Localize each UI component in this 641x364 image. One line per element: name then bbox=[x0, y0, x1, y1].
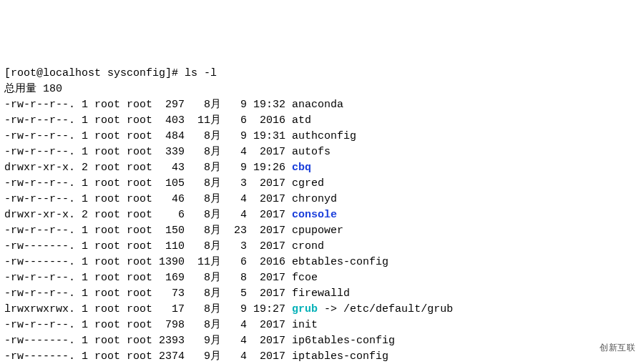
listing-row: -rw-------. 1 root root 110 8月 3 2017 cr… bbox=[4, 239, 637, 255]
listing-row-meta: -rw-r--r--. 1 root root 798 8月 4 2017 bbox=[4, 319, 292, 331]
listing-row: -rw-r--r--. 1 root root 297 8月 9 19:32 a… bbox=[4, 97, 637, 113]
listing-row-meta: -rw-r--r--. 1 root root 105 8月 3 2017 bbox=[4, 177, 292, 190]
listing-row-name: firewalld bbox=[292, 287, 350, 300]
listing-row: -rw-------. 1 root root 2374 9月 4 2017 i… bbox=[4, 349, 637, 364]
listing-row-meta: -rw-r--r--. 1 root root 339 8月 4 2017 bbox=[4, 146, 292, 158]
listing-row-name: cbq bbox=[292, 162, 311, 174]
listing-row-meta: -rw-r--r--. 1 root root 169 8月 8 2017 bbox=[4, 272, 292, 284]
listing-row: -rw-r--r--. 1 root root 46 8月 4 2017 chr… bbox=[4, 192, 637, 207]
listing-row-name: init bbox=[292, 319, 318, 331]
listing-row-meta: -rw-r--r--. 1 root root 150 8月 23 2017 bbox=[4, 225, 292, 237]
terminal-output: [root@localhost sysconfig]# ls -l总用量 180… bbox=[4, 66, 637, 364]
watermark-logo: 创新互联 bbox=[578, 338, 635, 357]
listing-row: -rw-------. 1 root root 2393 9月 4 2017 i… bbox=[4, 333, 637, 349]
listing-row-meta: -rw-r--r--. 1 root root 297 8月 9 19:32 bbox=[4, 99, 292, 111]
listing-row-name: cpupower bbox=[292, 225, 343, 237]
listing-row-name: fcoe bbox=[292, 272, 318, 284]
listing-row-meta: -rw-r--r--. 1 root root 46 8月 4 2017 bbox=[4, 193, 292, 205]
listing-row: lrwxrwxrwx. 1 root root 17 8月 9 19:27 gr… bbox=[4, 302, 637, 318]
listing-row-meta: -rw-r--r--. 1 root root 73 8月 5 2017 bbox=[4, 287, 292, 300]
listing-row-name: anaconda bbox=[292, 99, 343, 111]
listing-row: -rw-r--r--. 1 root root 798 8月 4 2017 in… bbox=[4, 318, 637, 333]
listing-row: -rw-r--r--. 1 root root 73 8月 5 2017 fir… bbox=[4, 286, 637, 302]
listing-row: -rw-r--r--. 1 root root 339 8月 4 2017 au… bbox=[4, 144, 637, 160]
listing-row-name: autofs bbox=[292, 146, 331, 158]
listing-row: -rw-r--r--. 1 root root 484 8月 9 19:31 a… bbox=[4, 129, 637, 144]
listing-row: drwxr-xr-x. 2 root root 43 8月 9 19:26 cb… bbox=[4, 160, 637, 176]
listing-row: -rw-r--r--. 1 root root 403 11月 6 2016 a… bbox=[4, 113, 637, 129]
listing-row: -rw-r--r--. 1 root root 169 8月 8 2017 fc… bbox=[4, 270, 637, 286]
listing-row-name: chronyd bbox=[292, 193, 337, 205]
listing-row-name: grub bbox=[292, 303, 318, 315]
listing-row-meta: -rw-r--r--. 1 root root 484 8月 9 19:31 bbox=[4, 130, 292, 142]
listing-row-meta: -rw-------. 1 root root 2374 9月 4 2017 bbox=[4, 350, 292, 363]
listing-row-meta: lrwxrwxrwx. 1 root root 17 8月 9 19:27 bbox=[4, 303, 292, 315]
listing-row-name: ebtables-config bbox=[292, 256, 388, 268]
listing-row-meta: drwxr-xr-x. 2 root root 6 8月 4 2017 bbox=[4, 209, 292, 221]
listing-row-meta: -rw-r--r--. 1 root root 403 11月 6 2016 bbox=[4, 114, 292, 127]
listing-row-name: crond bbox=[292, 240, 324, 252]
symlink-target: /etc/default/grub bbox=[343, 303, 453, 315]
listing-row: -rw-r--r--. 1 root root 105 8月 3 2017 cg… bbox=[4, 176, 637, 192]
listing-row: drwxr-xr-x. 2 root root 6 8月 4 2017 cons… bbox=[4, 207, 637, 223]
listing-row: -rw-r--r--. 1 root root 150 8月 23 2017 c… bbox=[4, 223, 637, 239]
listing-row-meta: -rw-------. 1 root root 1390 11月 6 2016 bbox=[4, 256, 292, 268]
symlink-arrow: -> bbox=[318, 303, 343, 315]
listing-row: -rw-------. 1 root root 1390 11月 6 2016 … bbox=[4, 255, 637, 270]
listing-row-meta: -rw-------. 1 root root 110 8月 3 2017 bbox=[4, 240, 292, 252]
total-line: 总用量 180 bbox=[4, 82, 637, 97]
listing-row-name: atd bbox=[292, 114, 311, 127]
watermark-text: 创新互联 bbox=[600, 340, 635, 355]
listing-row-name: cgred bbox=[292, 177, 324, 190]
listing-row-name: iptables-config bbox=[292, 350, 388, 363]
watermark-icon bbox=[578, 338, 597, 357]
listing-row-name: console bbox=[292, 209, 337, 221]
listing-row-meta: drwxr-xr-x. 2 root root 43 8月 9 19:26 bbox=[4, 162, 292, 174]
shell-prompt-line: [root@localhost sysconfig]# ls -l bbox=[4, 66, 637, 82]
listing-row-meta: -rw-------. 1 root root 2393 9月 4 2017 bbox=[4, 335, 292, 347]
listing-row-name: authconfig bbox=[292, 130, 356, 142]
listing-row-name: ip6tables-config bbox=[292, 335, 395, 347]
